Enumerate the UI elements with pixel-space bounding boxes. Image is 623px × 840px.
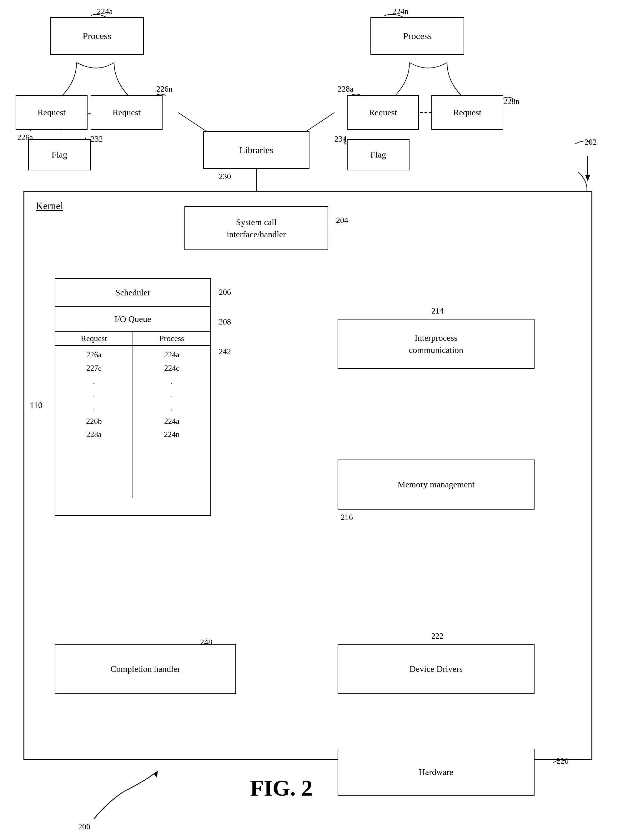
svg-marker-17 (585, 175, 590, 181)
ref-200: 200 (78, 822, 91, 832)
ref-228n: 228n (503, 97, 520, 106)
ref-224n: 224n (392, 7, 408, 16)
ref-206: 206 (219, 288, 231, 297)
io-queue-row: I/O Queue (55, 307, 210, 332)
ref-242: 242 (219, 347, 231, 356)
libraries-box: Libraries (203, 131, 310, 169)
col-request-header: Request (55, 332, 133, 345)
ref-248: 248 (200, 638, 212, 647)
ref-232: 232 (91, 134, 103, 144)
ref-228a: 228a (338, 84, 353, 94)
svg-marker-18 (154, 771, 158, 778)
process-left-box: Process (50, 17, 144, 55)
request-mid-left-box: Request (91, 95, 163, 130)
ref-222: 222 (431, 631, 443, 641)
ref-216: 216 (341, 513, 353, 522)
request-mid-right-box: Request (347, 95, 419, 130)
ref-234: 234 (335, 134, 347, 144)
scheduler-label: Scheduler (115, 288, 150, 298)
figure-label: FIG. 2 (250, 775, 313, 801)
device-drivers-box: Device Drivers (338, 644, 534, 694)
col-process-header: Process (133, 332, 210, 345)
ref-202: 202 (585, 138, 597, 147)
ref-220: 220 (556, 757, 569, 766)
io-queue-label: I/O Queue (114, 314, 151, 324)
interprocess-label: Interprocesscommunication (409, 332, 463, 356)
ref-230: 230 (219, 172, 231, 181)
diagram-container: Process Process 224a 224n Request 226a R… (0, 0, 623, 840)
process-right-box: Process (370, 17, 464, 55)
request-far-right-box: Request (431, 95, 503, 130)
system-call-box: System callinterface/handler (184, 206, 328, 250)
io-table-data: 226a227c...226b228a 224a224c...224a224n (55, 346, 210, 498)
flag-left-box: Flag (28, 139, 91, 170)
ref-226n: 226n (156, 84, 173, 94)
ref-204: 204 (336, 216, 348, 225)
scheduler-row: Scheduler (55, 279, 210, 307)
memory-mgmt-box: Memory management (338, 459, 534, 510)
ref-214: 214 (431, 306, 443, 316)
request-far-left-box: Request (15, 95, 87, 130)
hardware-box: Hardware (338, 749, 534, 795)
col-request-data: 226a227c...226b228a (55, 346, 133, 498)
ref-110: 110 (30, 400, 43, 410)
interprocess-box: Interprocesscommunication (338, 319, 534, 369)
completion-handler-box: Completion handler (55, 644, 236, 694)
ref-224a: 224a (97, 7, 113, 16)
ref-208: 208 (219, 317, 231, 327)
flag-right-box: Flag (347, 139, 410, 170)
system-call-label: System callinterface/handler (227, 216, 286, 240)
kernel-label: Kernel (36, 200, 63, 212)
io-table-col-headers: Request Process (55, 332, 210, 346)
col-process-data: 224a224c...224a224n (133, 346, 210, 498)
io-table: Scheduler I/O Queue Request Process 226a… (55, 278, 211, 516)
